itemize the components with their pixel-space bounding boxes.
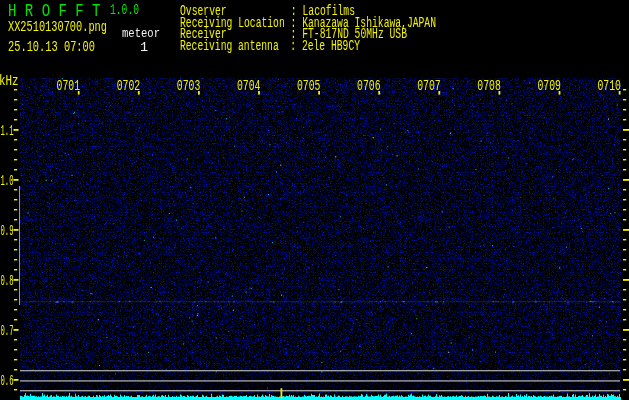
svg-text:25.10.13 07:00: 25.10.13 07:00 (8, 39, 95, 56)
svg-text:1: 1 (140, 40, 148, 55)
svg-text:0706: 0706 (357, 78, 381, 94)
svg-text:meteor: meteor (122, 26, 160, 41)
svg-text:1.1: 1.1 (1, 123, 14, 139)
svg-text:0.9: 0.9 (1, 223, 14, 239)
svg-text:0707: 0707 (417, 78, 441, 94)
svg-text:0703: 0703 (177, 78, 201, 94)
svg-text:0709: 0709 (537, 78, 561, 94)
svg-text:XX2510130700.png: XX2510130700.png (8, 19, 107, 36)
svg-text:0.6: 0.6 (1, 373, 14, 389)
svg-text:kHz: kHz (0, 73, 19, 89)
svg-text:0701: 0701 (57, 78, 81, 94)
svg-text:1.0: 1.0 (1, 173, 14, 189)
svg-text:0704: 0704 (237, 78, 261, 94)
svg-text:0710: 0710 (598, 78, 622, 94)
svg-text:0705: 0705 (297, 78, 321, 94)
svg-text:Receiving antenna : 2ele HB9C: Receiving antenna : 2ele HB9CY (180, 38, 360, 54)
svg-text:0.8: 0.8 (1, 273, 14, 289)
svg-text:0.7: 0.7 (1, 323, 14, 339)
svg-text:0702: 0702 (117, 78, 141, 94)
svg-text:0708: 0708 (477, 78, 501, 94)
svg-text:1.0.0: 1.0.0 (110, 2, 139, 18)
